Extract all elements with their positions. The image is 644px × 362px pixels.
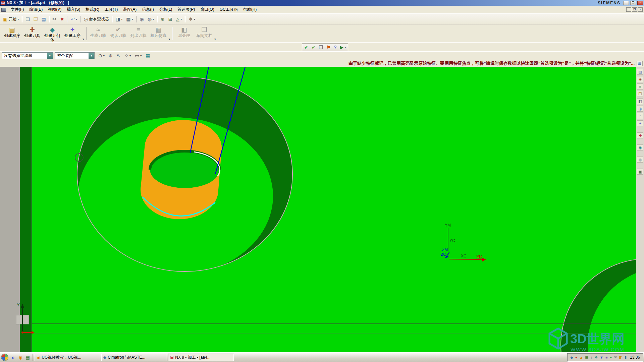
menu-window[interactable]: 窗口(O) [198, 5, 217, 14]
accept-check-icon[interactable]: ✔ [303, 44, 310, 51]
restore-button[interactable]: ❐ [630, 1, 636, 5]
tray-cloud-icon[interactable]: ● [610, 356, 612, 359]
select-arrow-icon[interactable]: ↖ [115, 52, 122, 59]
part-navigator-icon[interactable]: ≡ [637, 83, 643, 89]
window-layout-icon[interactable]: ◨ ▾ [114, 15, 124, 23]
selection-filter-combo[interactable]: 没有选择过滤器 ▾ [2, 52, 53, 59]
show-desktop-icon[interactable]: ▦ [24, 354, 31, 361]
toolbar-overflow-caret[interactable]: ▾ [214, 38, 216, 41]
menu-preferences[interactable]: 首选项(P) [175, 5, 198, 14]
process-studio-icon[interactable]: ✦ [637, 120, 643, 126]
boss-cylinder[interactable] [141, 120, 222, 219]
measure-icon[interactable]: ⊕ [159, 15, 166, 23]
new-file-icon[interactable]: ❏ [24, 15, 32, 23]
assembly-navigator-icon[interactable]: ▤ [637, 69, 643, 75]
web-browser-icon[interactable]: ◎ [637, 106, 643, 112]
tray-mail-icon[interactable]: ✉ [614, 356, 617, 359]
command-finder-icon[interactable]: ◎ 命令查找器 [82, 15, 111, 23]
snap-point-icon[interactable]: ⊙ ▾ [97, 52, 106, 59]
browser-quicklaunch-icon[interactable]: ◉ [17, 354, 24, 361]
close-button[interactable]: × [637, 1, 643, 5]
menu-edit[interactable]: 编辑(E) [26, 5, 45, 14]
create-program-button[interactable]: ▤ 创建程序 [2, 25, 22, 42]
postprocess-button[interactable]: ◧ 后处理 [174, 25, 194, 42]
tray-input-method-icon[interactable]: ◆ [570, 356, 573, 359]
tray-download-icon[interactable]: ▼ [600, 356, 603, 359]
menu-help[interactable]: 帮助(H) [240, 5, 260, 14]
save-icon[interactable]: ▤ [40, 15, 47, 23]
help-icon[interactable]: ? [333, 44, 338, 51]
mdi-close-button[interactable]: × [638, 7, 643, 12]
menu-file[interactable]: 文件(F) [8, 5, 26, 14]
select-face-icon[interactable]: ✧ ▾ [123, 52, 132, 59]
manufacturing-wizards-icon[interactable]: ✚ [637, 132, 643, 138]
assembly-cube-icon[interactable]: ▦ [144, 52, 152, 59]
menu-format[interactable]: 格式(R) [83, 5, 102, 14]
machine-simulation-button[interactable]: ▦ 机床仿真 [149, 25, 169, 42]
tray-security-icon[interactable]: ■ [605, 356, 608, 359]
tray-antivirus-icon[interactable]: ● [575, 356, 578, 359]
tray-updater-icon[interactable]: ▲ [579, 356, 583, 359]
minimize-button[interactable]: – [623, 1, 629, 5]
tray-chat-icon[interactable]: ❖ [594, 356, 598, 359]
hd3d-tools-icon[interactable]: ◧ [637, 98, 643, 104]
system-materials-icon[interactable]: ◍ [637, 157, 643, 163]
marquee-select-icon[interactable]: ▭ ▾ [133, 52, 143, 59]
message-display-icon[interactable]: ▦ [637, 61, 643, 66]
task-nx[interactable]: ▣ NX 8 - 加工 - [aa4... [168, 354, 234, 361]
toolbar-overflow-caret[interactable]: ▾ [83, 38, 84, 41]
tray-volume-icon[interactable]: ♪ [591, 356, 593, 359]
delete-icon[interactable]: ✖ [58, 15, 66, 23]
toolbar-overflow-caret[interactable]: ▾ [169, 38, 170, 41]
view-manager-icon[interactable]: ▦ ▾ [124, 15, 135, 23]
list-toolpath-button[interactable]: ≡ 列出刀轨 [128, 25, 149, 42]
menu-gc-toolbox[interactable]: GC工具箱 [217, 5, 240, 14]
menu-tools[interactable]: 工具(T) [102, 5, 120, 14]
start-button[interactable] [1, 354, 8, 361]
touch-mode-icon[interactable]: ▣ [637, 169, 643, 175]
chevron-down-icon[interactable]: ▾ [89, 53, 94, 59]
flag-icon[interactable]: ⚑ [325, 44, 332, 51]
graphics-window[interactable]: Y YM YC ZM ZC XC XM 3D世界网 [0, 67, 636, 352]
open-file-icon[interactable]: ❒ [32, 15, 40, 23]
constraint-navigator-icon[interactable]: ◈ [637, 76, 643, 82]
menu-view[interactable]: 视图(V) [45, 5, 64, 14]
menu-analysis[interactable]: 分析(L) [157, 5, 175, 14]
menu-insert[interactable]: 插入(S) [64, 5, 83, 14]
pattern-icon[interactable]: ◬ ▾ [174, 15, 183, 23]
part-side-face[interactable] [20, 67, 32, 352]
more-tools-icon[interactable]: ❖ ▾ [187, 15, 197, 23]
graphics-viewport[interactable]: Y YM YC ZM ZC XC XM 3D世界网 [0, 67, 636, 352]
menu-assemblies[interactable]: 装配(A) [120, 5, 139, 14]
create-geometry-button[interactable]: ◆ 创建几何体 [42, 25, 62, 42]
tray-battery-icon[interactable]: ▮ [625, 356, 627, 359]
undo-icon[interactable]: ↶ ▾ [69, 15, 79, 23]
render-style-icon[interactable]: ◍ ▾ [146, 15, 156, 23]
task-cimatron[interactable]: ◆ Cimatron与MASTE... [101, 354, 167, 361]
select-magnet-icon[interactable]: ⊕ [107, 52, 114, 59]
start-button[interactable]: ▣ 开始 ▾ [1, 15, 20, 23]
menu-information[interactable]: 信息(I) [139, 5, 156, 14]
chevron-down-icon[interactable]: ▾ [47, 53, 53, 59]
tray-network-icon[interactable]: ▦ [585, 356, 588, 359]
generate-toolpath-button[interactable]: ≈ 生成刀轨 [88, 25, 108, 42]
ie-quicklaunch-icon[interactable]: e [10, 354, 16, 361]
verify-check-icon[interactable]: ✔ [310, 44, 317, 51]
play-icon[interactable]: ▶ ▾ [338, 44, 347, 51]
cut-icon[interactable]: ✂ [51, 15, 58, 23]
shop-documentation-button[interactable]: ❒ 车间文档 [194, 25, 214, 42]
create-tool-button[interactable]: ✚ 创建刀具 [22, 25, 42, 42]
create-operation-button[interactable]: ✦ 创建工序 [62, 25, 83, 42]
part-top-face[interactable] [0, 67, 636, 352]
history-icon[interactable]: ◔ [637, 113, 643, 119]
mdi-child-icon[interactable] [1, 8, 6, 12]
roles-icon[interactable]: ◉ [637, 144, 643, 150]
copy-list-icon[interactable]: ❐ [317, 44, 324, 51]
move-object-icon[interactable]: ⊞ [167, 15, 174, 23]
mdi-minimize-button[interactable]: – [626, 7, 631, 12]
selection-scope-combo[interactable]: 整个装配 ▾ [55, 52, 95, 59]
true-shading-icon[interactable]: ◉ [138, 15, 146, 23]
task-ug-tutorial[interactable]: ▣ UG视频教程，UG视... [35, 354, 100, 361]
reuse-library-icon[interactable]: ❒ [637, 91, 643, 97]
verify-toolpath-button[interactable]: ✔ 确认刀轨 [108, 25, 128, 42]
